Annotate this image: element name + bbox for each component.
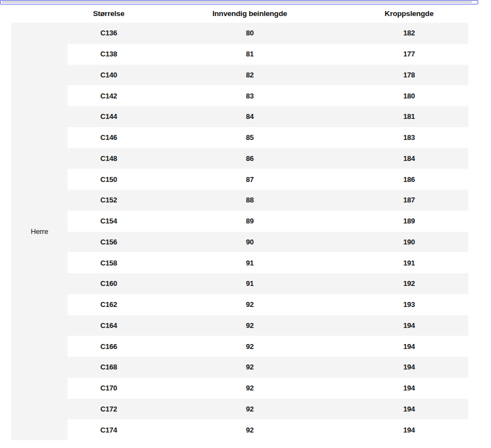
- body-length-cell: 180: [350, 85, 468, 106]
- table-row: C15690190: [11, 232, 468, 253]
- inner-leg-cell: 92: [149, 419, 350, 440]
- inner-leg-cell: 89: [149, 211, 350, 232]
- size-chart-table: Størrelse Innvendig beinlengde Kroppslen…: [11, 4, 468, 440]
- col-header-innvendig-beinlengde: Innvendig beinlengde: [149, 4, 350, 23]
- table-row: C15891191: [11, 252, 468, 273]
- table-body: HerreC13680182C13881177C14082178C1428318…: [11, 23, 468, 440]
- inner-leg-cell: 90: [149, 232, 350, 253]
- table-row: C16492194: [11, 315, 468, 336]
- table-row: C15489189: [11, 211, 468, 232]
- body-length-cell: 177: [350, 44, 468, 65]
- inner-leg-cell: 87: [149, 169, 350, 190]
- table-row: C15288187: [11, 190, 468, 211]
- inner-leg-cell: 84: [149, 106, 350, 127]
- size-cell: C140: [68, 65, 149, 86]
- size-cell: C168: [68, 357, 149, 378]
- header-spacer-cell: [11, 4, 68, 23]
- inner-leg-cell: 86: [149, 148, 350, 169]
- scrollbar-thumb[interactable]: [2, 1, 472, 3]
- size-cell: C174: [68, 419, 149, 440]
- inner-leg-cell: 85: [149, 127, 350, 148]
- table-row: C15087186: [11, 169, 468, 190]
- body-length-cell: 193: [350, 294, 468, 315]
- size-cell: C150: [68, 169, 149, 190]
- group-label-herre: Herre: [11, 23, 68, 440]
- body-length-cell: 186: [350, 169, 468, 190]
- inner-leg-cell: 91: [149, 252, 350, 273]
- inner-leg-cell: 92: [149, 315, 350, 336]
- table-row: C14283180: [11, 85, 468, 106]
- size-cell: C152: [68, 190, 149, 211]
- body-length-cell: 187: [350, 190, 468, 211]
- table-row: C14886184: [11, 148, 468, 169]
- size-cell: C138: [68, 44, 149, 65]
- table-row: HerreC13680182: [11, 23, 468, 44]
- body-length-cell: 189: [350, 211, 468, 232]
- header-row: Størrelse Innvendig beinlengde Kroppslen…: [11, 4, 468, 23]
- inner-leg-cell: 81: [149, 44, 350, 65]
- size-cell: C142: [68, 85, 149, 106]
- table-row: C14484181: [11, 106, 468, 127]
- body-length-cell: 194: [350, 419, 468, 440]
- size-cell: C170: [68, 378, 149, 399]
- body-length-cell: 178: [350, 65, 468, 86]
- body-length-cell: 194: [350, 378, 468, 399]
- table-row: C16892194: [11, 357, 468, 378]
- body-length-cell: 181: [350, 106, 468, 127]
- size-cell: C160: [68, 273, 149, 294]
- body-length-cell: 190: [350, 232, 468, 253]
- inner-leg-cell: 91: [149, 273, 350, 294]
- inner-leg-cell: 92: [149, 399, 350, 420]
- size-cell: C144: [68, 106, 149, 127]
- size-cell: C148: [68, 148, 149, 169]
- table-row: C17092194: [11, 378, 468, 399]
- size-cell: C158: [68, 252, 149, 273]
- size-cell: C156: [68, 232, 149, 253]
- size-cell: C136: [68, 23, 149, 44]
- body-length-cell: 191: [350, 252, 468, 273]
- size-cell: C146: [68, 127, 149, 148]
- inner-leg-cell: 82: [149, 65, 350, 86]
- body-length-cell: 184: [350, 148, 468, 169]
- body-length-cell: 192: [350, 273, 468, 294]
- size-cell: C164: [68, 315, 149, 336]
- size-cell: C154: [68, 211, 149, 232]
- size-guide-page: Størrelse Innvendig beinlengde Kroppslen…: [0, 0, 491, 448]
- table-row: C17492194: [11, 419, 468, 440]
- table-row: C16692194: [11, 336, 468, 357]
- size-cell: C166: [68, 336, 149, 357]
- inner-leg-cell: 80: [149, 23, 350, 44]
- inner-leg-cell: 92: [149, 294, 350, 315]
- table-row: C14082178: [11, 65, 468, 86]
- inner-leg-cell: 83: [149, 85, 350, 106]
- inner-leg-cell: 92: [149, 378, 350, 399]
- body-length-cell: 194: [350, 336, 468, 357]
- table-header: Størrelse Innvendig beinlengde Kroppslen…: [11, 4, 468, 23]
- horizontal-scrollbar[interactable]: [0, 0, 478, 4]
- col-header-kroppslengde: Kroppslengde: [350, 4, 468, 23]
- body-length-cell: 182: [350, 23, 468, 44]
- table-row: C14685183: [11, 127, 468, 148]
- body-length-cell: 194: [350, 315, 468, 336]
- table-row: C16091192: [11, 273, 468, 294]
- inner-leg-cell: 92: [149, 357, 350, 378]
- table-row: C17292194: [11, 399, 468, 420]
- inner-leg-cell: 92: [149, 336, 350, 357]
- table-row: C13881177: [11, 44, 468, 65]
- size-cell: C162: [68, 294, 149, 315]
- table-row: C16292193: [11, 294, 468, 315]
- col-header-storrelse: Størrelse: [68, 4, 149, 23]
- body-length-cell: 183: [350, 127, 468, 148]
- size-cell: C172: [68, 399, 149, 420]
- body-length-cell: 194: [350, 357, 468, 378]
- body-length-cell: 194: [350, 399, 468, 420]
- inner-leg-cell: 88: [149, 190, 350, 211]
